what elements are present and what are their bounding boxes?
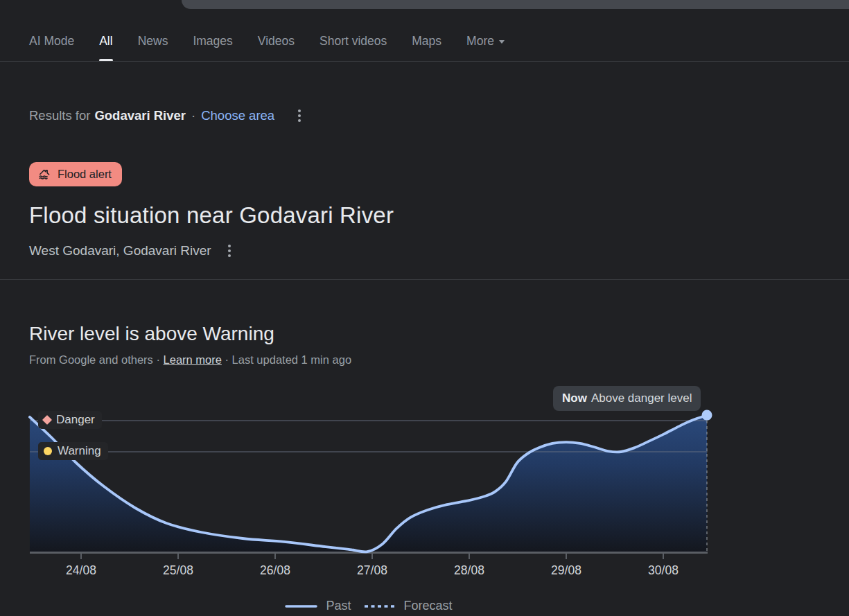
tabs-divider	[0, 61, 849, 62]
separator-dot: ·	[156, 353, 163, 366]
now-tooltip: Now Above danger level	[553, 386, 701, 411]
now-label: Now	[562, 391, 587, 405]
x-tick-label: 27/08	[343, 563, 401, 578]
tab-ai-mode[interactable]: AI Mode	[29, 34, 74, 62]
page-title: Flood situation near Godavari River	[29, 202, 394, 229]
search-bar-remnant	[182, 0, 849, 9]
now-status: Above danger level	[591, 391, 692, 405]
results-bar: Results for Godavari River · Choose area	[29, 107, 308, 124]
danger-threshold-label: Danger	[38, 411, 102, 429]
flood-icon	[37, 167, 51, 181]
river-level-heading: River level is above Warning	[29, 323, 274, 345]
results-overflow-menu-button[interactable]	[291, 107, 308, 124]
search-tabs: AI Mode All News Images Videos Short vid…	[29, 34, 505, 62]
warning-threshold-label: Warning	[38, 442, 108, 460]
tab-news[interactable]: News	[138, 34, 168, 62]
section-divider	[0, 279, 849, 280]
source-meta: From Google and others · Learn more · La…	[29, 353, 351, 367]
tab-short-videos[interactable]: Short videos	[320, 34, 387, 62]
chart-legend: Past Forecast	[30, 599, 708, 613]
kebab-icon	[228, 249, 231, 252]
legend-forecast-label: Forecast	[404, 599, 453, 613]
past-line-swatch	[285, 604, 317, 608]
x-tick-label: 29/08	[537, 563, 595, 578]
choose-area-link[interactable]: Choose area	[201, 108, 274, 123]
warning-label-text: Warning	[58, 444, 101, 458]
source-text: From Google and others	[29, 353, 153, 366]
flood-alert-label: Flood alert	[58, 168, 112, 181]
flood-alert-badge[interactable]: Flood alert	[29, 162, 122, 186]
x-tick-label: 28/08	[440, 563, 498, 578]
kebab-icon	[298, 114, 301, 117]
danger-label-text: Danger	[56, 413, 95, 427]
river-level-chart: Danger Warning Now Above danger level 24…	[0, 386, 849, 616]
learn-more-link[interactable]: Learn more	[164, 353, 222, 366]
tab-all[interactable]: All	[99, 34, 112, 62]
location-subtitle: West Godavari, Godavari River	[29, 243, 211, 258]
x-axis-labels: 24/08 25/08 26/08 27/08 28/08 29/08 30/0…	[0, 563, 849, 580]
x-tick-label: 25/08	[149, 563, 207, 578]
danger-diamond-icon	[42, 415, 52, 425]
subtitle-row: West Godavari, Godavari River	[29, 243, 238, 259]
results-query: Godavari River	[94, 108, 186, 123]
tab-maps[interactable]: Maps	[412, 34, 441, 62]
x-tick-label: 26/08	[246, 563, 304, 578]
legend-past-label: Past	[326, 599, 351, 613]
results-prefix: Results for	[29, 108, 90, 123]
tab-more-label: More	[466, 34, 494, 48]
tab-more[interactable]: More	[466, 34, 505, 62]
tab-videos[interactable]: Videos	[258, 34, 295, 62]
river-level-chart-canvas[interactable]	[0, 386, 849, 559]
forecast-line-swatch	[364, 604, 396, 608]
subtitle-overflow-menu-button[interactable]	[221, 243, 238, 259]
separator-dot: ·	[191, 108, 195, 123]
last-updated-text: Last updated 1 min ago	[232, 353, 351, 366]
x-tick-label: 30/08	[634, 563, 692, 578]
x-tick-label: 24/08	[52, 563, 110, 578]
warning-circle-icon	[44, 447, 52, 455]
separator-dot: ·	[222, 353, 232, 366]
tab-images[interactable]: Images	[193, 34, 232, 62]
chevron-down-icon	[499, 40, 505, 44]
